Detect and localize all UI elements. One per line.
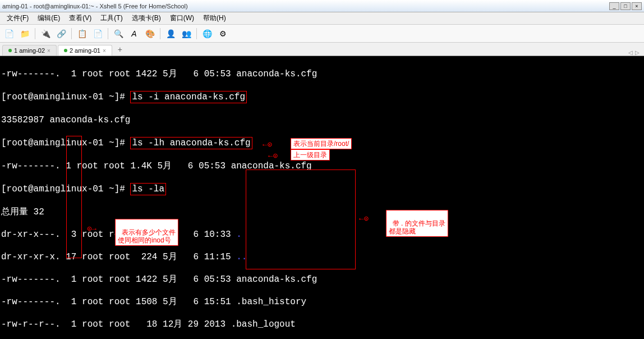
open-icon[interactable]: 📁 — [18, 27, 31, 40]
separator — [71, 28, 72, 39]
tab-label: 2 aming-01 — [70, 47, 100, 54]
separator — [196, 28, 197, 39]
menu-help[interactable]: 帮助(H) — [199, 12, 231, 24]
tab-label: 1 aming-02 — [14, 47, 45, 54]
menu-window[interactable]: 窗口(W) — [165, 12, 199, 24]
separator — [35, 28, 35, 39]
title-bar: aming-01 - root@aminglinux-01:~ - Xshell… — [0, 0, 644, 12]
terminal[interactable]: -rw-------. 1 root root 1422 5月 6 05:53 … — [0, 56, 644, 339]
maximize-button[interactable]: □ — [620, 2, 631, 10]
globe-icon[interactable]: 🌐 — [200, 27, 214, 40]
window-title: aming-01 - root@aminglinux-01:~ - Xshell… — [2, 3, 188, 10]
paste-icon[interactable]: 📄 — [91, 27, 104, 40]
highlight-box-dotfiles — [246, 170, 356, 269]
annotation-current-dir: 表示当前目录/root/ — [291, 138, 352, 149]
nav-left-icon[interactable]: ◁ — [628, 49, 633, 56]
annotation-hidden-files: 带 . 的文件与目录都是隐藏 — [386, 210, 448, 237]
users-icon[interactable]: 👥 — [180, 27, 193, 40]
nav-right-icon[interactable]: ▷ — [635, 49, 640, 56]
tab-close-icon[interactable]: × — [47, 48, 50, 54]
highlight-command: ls -lh anaconda-ks.cfg — [130, 137, 252, 149]
status-dot-icon — [64, 49, 67, 52]
menu-view[interactable]: 查看(V) — [65, 12, 96, 24]
terminal-line: 33582987 anaconda-ks.cfg — [1, 114, 643, 126]
arrow-icon: ←⊙ — [359, 213, 369, 225]
settings-icon[interactable]: ⚙ — [216, 27, 229, 40]
new-session-icon[interactable]: 📄 — [2, 27, 16, 40]
terminal-line: [root@aminglinux-01 ~]# ls -i anaconda-k… — [1, 91, 643, 103]
status-dot-icon — [8, 49, 12, 52]
tab-aming-02[interactable]: 1 aming-02 × — [2, 45, 57, 56]
user-icon[interactable]: 👤 — [164, 27, 177, 40]
window-controls: _ □ × — [609, 2, 642, 10]
tab-add-button[interactable]: + — [113, 43, 127, 56]
search-icon[interactable]: 🔍 — [112, 27, 125, 40]
highlight-command: ls -i anaconda-ks.cfg — [130, 91, 247, 103]
separator — [160, 28, 160, 39]
menu-tools[interactable]: 工具(T) — [96, 12, 127, 24]
toolbar: 📄 📁 🔌 🔗 📋 📄 🔍 A 🎨 👤 👥 🌐 ⚙ — [0, 25, 644, 43]
color-icon[interactable]: 🎨 — [143, 27, 157, 40]
close-button[interactable]: × — [632, 2, 642, 10]
terminal-line: -rw-------. 1 root root 1422 5月 6 05:53 … — [1, 274, 643, 285]
tab-aming-01[interactable]: 2 aming-01 × — [58, 45, 112, 56]
terminal-line: -rw-------. 1 root root 1508 5月 6 15:51 … — [1, 296, 643, 308]
disconnect-icon[interactable]: 🔗 — [54, 27, 68, 40]
menu-tabs[interactable]: 选项卡(B) — [127, 12, 165, 24]
tab-nav: ◁ ▷ — [628, 49, 642, 56]
tab-close-icon[interactable]: × — [103, 48, 106, 54]
reconnect-icon[interactable]: 🔌 — [39, 27, 52, 40]
font-icon[interactable]: A — [127, 27, 141, 40]
highlight-command: ls -la — [130, 183, 166, 195]
copy-icon[interactable]: 📋 — [75, 27, 89, 40]
annotation-link-count: 表示有多少个文件使同相同的inod号 — [115, 219, 178, 246]
annotation-parent-dir: 上一级目录 — [291, 149, 330, 161]
highlight-box-links — [66, 136, 82, 258]
terminal-line: -rw-r--r--. 1 root root 18 12月 29 2013 .… — [1, 319, 643, 330]
arrow-icon: ←⊙ — [268, 150, 278, 162]
tab-bar: 1 aming-02 × 2 aming-01 × + ◁ ▷ — [0, 43, 644, 56]
menu-file[interactable]: 文件(F) — [2, 12, 33, 24]
arrow-icon: ⊙→ — [87, 223, 96, 235]
menu-bar: 文件(F) 编辑(E) 查看(V) 工具(T) 选项卡(B) 窗口(W) 帮助(… — [0, 12, 644, 25]
separator — [108, 28, 108, 39]
arrow-icon: ←⊙ — [263, 139, 272, 150]
terminal-line: -rw-------. 1 root root 1422 5月 6 05:53 … — [1, 68, 643, 80]
minimize-button[interactable]: _ — [609, 2, 619, 10]
menu-edit[interactable]: 编辑(E) — [33, 12, 65, 24]
